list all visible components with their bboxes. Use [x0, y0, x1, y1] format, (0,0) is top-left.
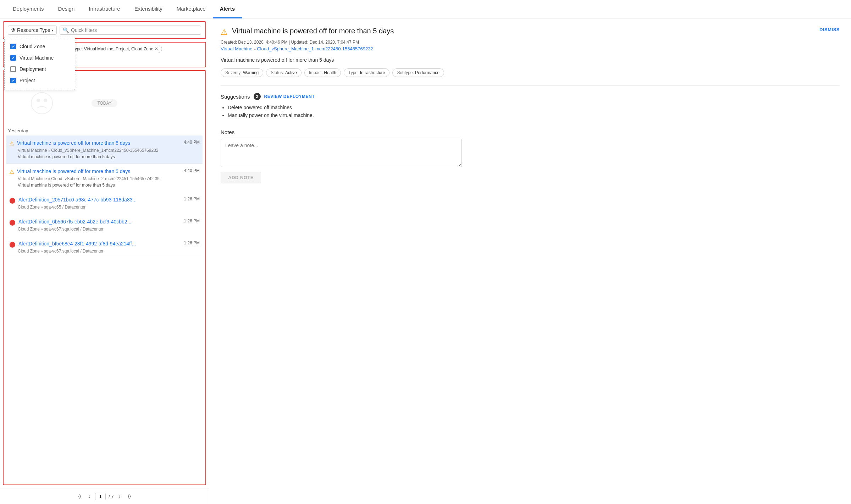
alert-time-1: 4:40 PM — [184, 140, 200, 145]
suggestions-title: Suggestions — [221, 94, 250, 100]
svg-point-0 — [31, 93, 53, 114]
suggestions-header: Suggestions 2 REVIEW DEPLOYMENT — [221, 93, 840, 100]
notes-title: Notes — [221, 129, 840, 135]
alert-time-5: 1:26 PM — [184, 240, 200, 245]
dropdown-item-cloud-zone[interactable]: ✓ Cloud Zone — [10, 41, 69, 52]
detail-header: ⚠ Virtual machine is powered off for mor… — [221, 27, 840, 37]
error-icon-4: ⬤ — [9, 219, 16, 226]
detail-title: Virtual machine is powered off for more … — [232, 27, 394, 35]
alert-list: Today TODAY Yesterday ⚠ — [3, 70, 206, 485]
notes-textarea[interactable] — [221, 139, 462, 167]
detail-meta: Created: Dec 13, 2020, 4:40:46 PM | Upda… — [221, 40, 840, 45]
alert-breadcrumb-2: Virtual Machine » Cloud_vSphere_Machine_… — [18, 176, 200, 181]
alert-breadcrumb-1: Virtual Machine » Cloud_vSphere_Machine_… — [18, 148, 200, 153]
alert-title-1: Virtual machine is powered off for more … — [17, 140, 130, 146]
resource-type-dropdown: ✓ Cloud Zone ✓ Virtual Machine Deploymen… — [4, 37, 75, 90]
checkbox-deployment[interactable] — [10, 66, 16, 72]
alert-item-2[interactable]: ⚠ Virtual machine is powered off for mor… — [6, 164, 203, 192]
nav-design[interactable]: Design — [51, 0, 82, 18]
search-icon: 🔍 — [63, 27, 69, 33]
prev-page-button[interactable]: ‹ — [87, 492, 93, 500]
nav-deployments[interactable]: Deployments — [6, 0, 51, 18]
chip-close-resource-type[interactable]: ✕ — [155, 46, 158, 51]
warning-icon-1: ⚠ — [9, 140, 14, 147]
nav-extensibility[interactable]: Extensibility — [127, 0, 170, 18]
breadcrumb-parent: Virtual Machine — [221, 46, 252, 51]
dismiss-button[interactable]: DISMISS — [819, 27, 840, 32]
suggestion-list: Delete powered off machines Manually pow… — [221, 104, 840, 119]
warning-icon-2: ⚠ — [9, 168, 14, 175]
svg-point-2 — [44, 99, 47, 102]
dropdown-label-virtual-machine: Virtual Machine — [20, 55, 54, 61]
svg-point-1 — [37, 99, 40, 102]
alert-description-1: Virtual machine is powered off for more … — [18, 154, 200, 159]
nav-alerts[interactable]: Alerts — [213, 0, 242, 18]
suggestions-badge: 2 — [254, 93, 261, 100]
top-navigation: Deployments Design Infrastructure Extens… — [0, 0, 851, 18]
checkbox-project[interactable]: ✓ — [10, 78, 16, 83]
detail-warning-icon: ⚠ — [221, 28, 228, 37]
alert-description-2: Virtual machine is powered off for more … — [18, 183, 200, 188]
nav-marketplace[interactable]: Marketplace — [170, 0, 213, 18]
alert-time-4: 1:26 PM — [184, 218, 200, 223]
detail-description: Virtual machine is powered off for more … — [221, 57, 840, 63]
resource-type-button[interactable]: ⚗ Resource Type ▾ — [8, 26, 57, 35]
error-icon-5: ⬤ — [9, 241, 16, 248]
detail-breadcrumb[interactable]: Virtual Machine » Cloud_vSphere_Machine_… — [221, 46, 840, 51]
dropdown-label-deployment: Deployment — [20, 66, 46, 72]
error-icon-3: ⬤ — [9, 197, 16, 204]
page-number-input[interactable] — [95, 493, 106, 500]
tag-type: Type: Infrastructure — [344, 68, 389, 77]
resource-type-label: Resource Type — [17, 27, 50, 33]
detail-title-row: ⚠ Virtual machine is powered off for mor… — [221, 27, 394, 37]
alert-title-2: Virtual machine is powered off for more … — [17, 168, 130, 175]
detail-divider — [221, 85, 840, 86]
checkbox-virtual-machine[interactable]: ✓ — [10, 55, 16, 61]
suggestion-item-1: Delete powered off machines — [228, 104, 840, 111]
pagination: ⟨⟨ ‹ / 7 › ⟩⟩ — [0, 488, 209, 504]
quick-filter-container: 🔍 — [60, 26, 201, 35]
tag-status: Status: Active — [266, 68, 301, 77]
next-page-button[interactable]: › — [117, 492, 123, 500]
alert-time-3: 1:26 PM — [184, 196, 200, 201]
tags-row: Severity: Warning Status: Active Impact:… — [221, 68, 840, 77]
checkbox-cloud-zone[interactable]: ✓ — [10, 44, 16, 49]
first-page-button[interactable]: ⟨⟨ — [76, 492, 84, 500]
alert-item-1[interactable]: ⚠ Virtual machine is powered off for mor… — [6, 135, 203, 164]
filter-bar: ⚗ Resource Type ▾ 🔍 — [3, 21, 206, 39]
tag-impact: Impact: Health — [304, 68, 341, 77]
alert-title-4: AlertDefinition_6b5667f5-eb02-4b2e-bcf9-… — [18, 218, 131, 225]
section-yesterday: Yesterday — [6, 124, 203, 135]
alert-item-3[interactable]: ⬤ AlertDefinition_20571bc0-a68c-477c-bb9… — [6, 192, 203, 214]
tag-subtype: Subtype: Performance — [392, 68, 444, 77]
alert-title-3: AlertDefinition_20571bc0-a68c-477c-bb93-… — [18, 196, 137, 203]
review-deployment-button[interactable]: REVIEW DEPLOYMENT — [264, 94, 315, 99]
add-note-button[interactable]: ADD NOTE — [221, 172, 261, 183]
alert-item-4[interactable]: ⬤ AlertDefinition_6b5667f5-eb02-4b2e-bcf… — [6, 214, 203, 236]
right-panel: ⚠ Virtual machine is powered off for mor… — [209, 18, 851, 504]
today-empty-label: TODAY — [92, 99, 117, 107]
tag-severity: Severity: Warning — [221, 68, 263, 77]
page-total: / 7 — [109, 494, 114, 499]
alert-breadcrumb-5: Cloud Zone » sqa-vc67.sqa.local / Datace… — [18, 249, 200, 254]
quick-filter-input[interactable] — [71, 27, 198, 33]
dropdown-item-virtual-machine[interactable]: ✓ Virtual Machine — [10, 52, 69, 63]
filter-icon: ⚗ — [11, 27, 16, 33]
alert-title-5: AlertDefinition_bf5e68e4-28f1-4992-af8d-… — [18, 240, 136, 247]
empty-icon — [28, 89, 56, 118]
dropdown-label-project: Project — [20, 78, 35, 83]
nav-infrastructure[interactable]: Infrastructure — [82, 0, 127, 18]
left-panel: ⚗ Resource Type ▾ 🔍 ✓ Cloud Zone — [0, 18, 209, 504]
dropdown-item-project[interactable]: ✓ Project — [10, 75, 69, 86]
last-page-button[interactable]: ⟩⟩ — [125, 492, 133, 500]
alert-breadcrumb-3: Cloud Zone » sqa-vc65 / Datacenter — [18, 205, 200, 210]
alert-time-2: 4:40 PM — [184, 168, 200, 173]
dropdown-item-deployment[interactable]: Deployment — [10, 63, 69, 75]
main-layout: ⚗ Resource Type ▾ 🔍 ✓ Cloud Zone — [0, 18, 851, 504]
alert-item-5[interactable]: ⬤ AlertDefinition_bf5e68e4-28f1-4992-af8… — [6, 236, 203, 258]
chevron-down-icon: ▾ — [52, 28, 54, 32]
breadcrumb-child: Cloud_vSphere_Machine_1-mcm222450-155465… — [257, 46, 373, 51]
notes-section: Notes ADD NOTE — [221, 129, 840, 183]
suggestion-item-2: Manually power on the virtual machine. — [228, 111, 840, 119]
dropdown-label-cloud-zone: Cloud Zone — [20, 44, 45, 49]
